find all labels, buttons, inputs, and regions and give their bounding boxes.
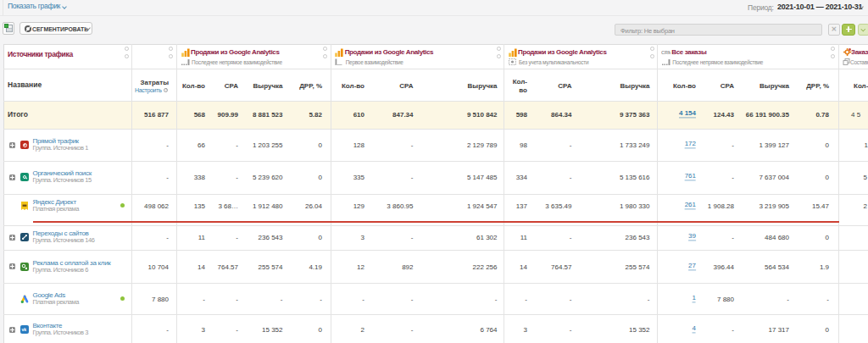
svg-text:vk: vk: [21, 327, 26, 332]
svg-text:CRM: CRM: [661, 50, 670, 55]
